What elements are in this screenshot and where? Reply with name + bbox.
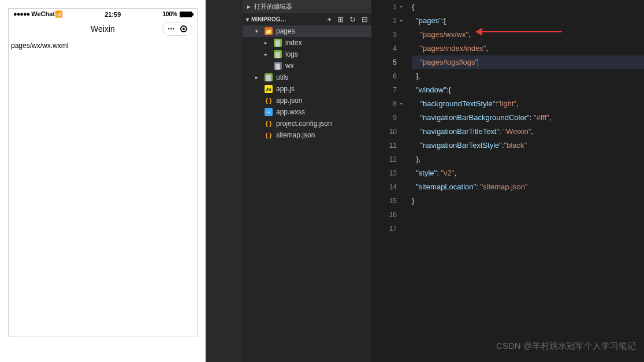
fold-icon[interactable]: ⌄ [399,3,404,9]
wifi-icon: 📶 [55,10,63,17]
phone-frame: ●●●●● WeChat📶 21:59 100% Weixin ··· page… [8,8,198,337]
folder-index[interactable]: ▸▇index [243,37,371,48]
json-icon: { } [265,120,273,128]
watermark: CSDN @羊村跳水冠军个人学习笔记 [496,341,636,352]
wxss-icon: ≡ [265,108,273,116]
fold-icon[interactable]: ⌄ [399,100,404,106]
js-icon: JS [265,85,273,93]
folder-icon: ▇ [274,39,282,47]
menu-icon[interactable]: ··· [167,24,174,33]
line-gutter: 1234567891011121314151617 [371,0,407,236]
signal-dots: ●●●●● [13,10,29,17]
file-appwxss[interactable]: ≡app.wxss [243,106,371,118]
status-bar: ●●●●● WeChat📶 21:59 100% [9,9,197,20]
clock: 21:59 [105,11,121,18]
folder-icon: ▇ [265,73,273,81]
file-sitemap[interactable]: { }sitemap.json [243,129,371,141]
file-explorer: ▸打开的编辑器 ▾MINIPROG… + ⊞ ↻ ⊟ ▾📁pages ▸▇ind… [243,0,371,362]
capsule-button[interactable]: ··· [162,22,192,36]
folder-utils[interactable]: ▸▇utils [243,72,371,83]
page-content: pages/wx/wx.wxml [9,38,197,53]
code-body[interactable]: { "pages":[ "pages/wx/wx", "pages/index/… [371,0,644,208]
json-icon: { } [265,131,273,139]
explorer-section[interactable]: ▸打开的编辑器 [243,0,371,13]
code-editor[interactable]: 1234567891011121314151617 ⌄ ⌄ ⌄ { "pages… [371,0,644,362]
folder-icon: 📁 [265,27,273,35]
simulator-panel: ●●●●● WeChat📶 21:59 100% Weixin ··· page… [0,0,206,362]
file-appjs[interactable]: JSapp.js [243,83,371,95]
page-title: Weixin [91,24,115,33]
collapse-icon[interactable]: ⊟ [362,15,368,24]
new-file-icon[interactable]: + [327,15,332,24]
folder-logs[interactable]: ▸▇logs [243,48,371,60]
refresh-icon[interactable]: ↻ [349,15,356,24]
nav-bar: Weixin ··· [9,20,197,38]
chevron-down-icon: ▾ [246,16,249,23]
carrier: WeChat [31,10,55,17]
folder-wx[interactable]: ▇wx [243,60,371,72]
fold-icon[interactable]: ⌄ [399,17,404,23]
file-projectconfig[interactable]: { }project.config.json [243,118,371,129]
json-icon: { } [265,96,273,105]
folder-pages[interactable]: ▾📁pages [243,25,371,37]
folder-icon: ▇ [274,62,282,70]
panel-gap [206,0,243,362]
folder-icon: ▇ [274,50,282,58]
close-target-icon[interactable] [180,25,187,32]
file-appjson[interactable]: { }app.json [243,95,371,106]
battery-percent: 100% [162,11,177,17]
battery-icon [180,12,192,17]
project-header[interactable]: ▾MINIPROG… + ⊞ ↻ ⊟ [243,13,371,25]
chevron-right-icon: ▸ [247,3,251,10]
new-folder-icon[interactable]: ⊞ [337,15,344,24]
